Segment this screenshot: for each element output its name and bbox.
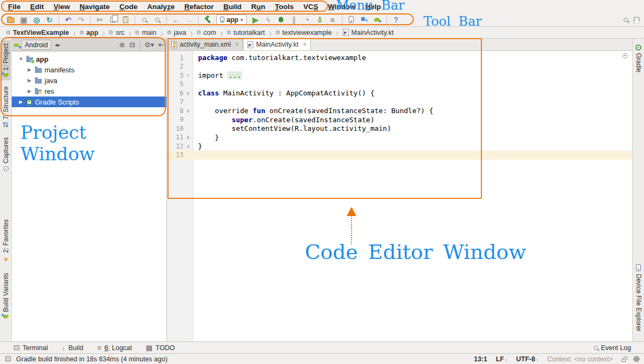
- menu-edit[interactable]: Edit: [25, 3, 49, 11]
- stop-icon[interactable]: ■: [326, 14, 339, 25]
- refresh-icon[interactable]: ↻: [43, 14, 56, 25]
- menu-code[interactable]: Code: [115, 3, 143, 11]
- menu-help[interactable]: Help: [361, 3, 386, 11]
- menu-vcs[interactable]: VCS: [298, 3, 323, 11]
- run-icon[interactable]: ▶: [249, 14, 262, 25]
- caret-position[interactable]: 13:1: [474, 355, 487, 363]
- tree-item-java[interactable]: ▶java: [12, 75, 166, 86]
- project-view-selector[interactable]: Android: [21, 40, 52, 50]
- undo-icon[interactable]: ↶: [62, 14, 75, 25]
- breadcrumb-item-java[interactable]: java: [166, 29, 187, 36]
- menu-view[interactable]: View: [49, 3, 75, 11]
- code-line[interactable]: 5: [167, 80, 632, 89]
- editor-tab-activity-main-xml[interactable]: activity_main.xml×: [167, 39, 243, 50]
- fold-marker-icon[interactable]: ∧: [184, 135, 193, 140]
- avd-manager-icon[interactable]: [345, 14, 358, 25]
- expand-arrow-icon[interactable]: ▶: [27, 78, 32, 83]
- tree-item-gradle-scripts[interactable]: ▶Gradle Scripts: [12, 96, 166, 107]
- collapse-all-icon[interactable]: ⊟: [129, 41, 135, 49]
- fold-marker-icon[interactable]: ∨: [184, 108, 193, 114]
- tree-item-app[interactable]: ▼app: [12, 54, 166, 64]
- run-coverage-icon[interactable]: ∥: [288, 14, 301, 25]
- run-configuration-selector[interactable]: app▾: [216, 14, 247, 25]
- menu-analyze[interactable]: Analyze: [142, 3, 179, 11]
- redo-icon[interactable]: ↷: [75, 14, 87, 25]
- expand-arrow-icon[interactable]: ▶: [18, 99, 24, 105]
- menu-run[interactable]: Run: [246, 3, 270, 11]
- tree-item-manifests[interactable]: ▶manifests: [12, 64, 166, 75]
- apply-changes-icon[interactable]: ϟ: [262, 14, 275, 25]
- profiler-icon[interactable]: ◔: [301, 14, 313, 25]
- profile-icon[interactable]: [633, 17, 640, 24]
- help-icon[interactable]: ?: [390, 14, 402, 25]
- debug-icon[interactable]: [275, 14, 288, 25]
- hide-panel-icon[interactable]: ⇤: [158, 41, 164, 49]
- code-line[interactable]: 2: [167, 62, 632, 71]
- tool-window-tab-build[interactable]: ↓Build: [62, 344, 83, 352]
- breadcrumb-item-tutorialkart[interactable]: tutorialkart: [226, 29, 266, 36]
- back-icon[interactable]: ←: [170, 14, 182, 25]
- tool-tab-gradle[interactable]: Gradle: [634, 41, 643, 76]
- code-line[interactable]: 8∨ override fun onCreate(savedInstanceSt…: [167, 106, 632, 115]
- toggle-tool-windows-icon[interactable]: [5, 356, 11, 361]
- locate-icon[interactable]: ⊕: [119, 41, 125, 49]
- fold-marker-icon[interactable]: ∨: [184, 91, 193, 96]
- search-everywhere-icon[interactable]: [624, 18, 628, 22]
- tool-tab-7-structure[interactable]: 7: Structure: [1, 83, 11, 130]
- context-indicator[interactable]: Context: <no context>: [547, 355, 613, 363]
- caret-line[interactable]: 13: [167, 151, 632, 160]
- sdk-manager-icon[interactable]: [371, 14, 384, 25]
- tree-item-res[interactable]: ▶res: [12, 86, 166, 96]
- tool-window-tab-6-logcat[interactable]: ≡6: Logcat: [97, 344, 132, 352]
- code-line[interactable]: 10 setContentView(R.layout.activity_main…: [167, 124, 632, 133]
- event-log-tab[interactable]: Event Log: [594, 344, 631, 352]
- find-in-path-icon[interactable]: [151, 14, 164, 25]
- breadcrumb-item-main[interactable]: main: [134, 29, 157, 36]
- build-hammer-icon[interactable]: [201, 14, 214, 25]
- menu-build[interactable]: Build: [218, 3, 246, 11]
- editor-tab-mainactivity-kt[interactable]: MainActivity.kt×: [243, 38, 311, 50]
- breadcrumb-item-mainactivity-kt[interactable]: MainActivity.kt: [342, 29, 395, 36]
- menu-window[interactable]: Window: [323, 3, 361, 11]
- code-line[interactable]: 7: [167, 98, 632, 107]
- expand-arrow-icon[interactable]: ▼: [18, 56, 24, 62]
- breadcrumb-item-app[interactable]: app: [79, 29, 99, 36]
- breadcrumb-item-src[interactable]: src: [108, 29, 126, 36]
- menu-navigate[interactable]: Navigate: [75, 3, 114, 11]
- code-line[interactable]: 1package com.tutorialkart.textviewexampl…: [167, 53, 632, 62]
- find-icon[interactable]: [138, 14, 151, 25]
- tool-tab-1-project[interactable]: 1: Project: [1, 40, 11, 80]
- sync-gradle-icon[interactable]: ◎: [30, 14, 43, 25]
- breadcrumb-item-com[interactable]: com: [196, 29, 217, 36]
- close-icon[interactable]: ×: [303, 41, 306, 48]
- view-switch-arrows-icon[interactable]: ◂▸: [55, 42, 60, 48]
- open-project-icon[interactable]: [4, 14, 17, 25]
- fold-marker-icon[interactable]: +: [184, 73, 193, 78]
- breadcrumb-item-textviewexample[interactable]: TextViewExample: [5, 29, 70, 36]
- code-line[interactable]: 11∧ }: [167, 133, 632, 142]
- expand-arrow-icon[interactable]: ▶: [27, 67, 32, 72]
- cut-icon[interactable]: ✂: [93, 14, 106, 25]
- menu-refactor[interactable]: Refactor: [179, 3, 218, 11]
- attach-debugger-icon[interactable]: ⇩: [313, 14, 326, 25]
- forward-icon[interactable]: →: [182, 14, 195, 25]
- menu-tools[interactable]: Tools: [270, 3, 298, 11]
- tool-tab-build-variants[interactable]: Build Variants: [1, 270, 11, 322]
- tool-window-tab-todo[interactable]: ▤TODO: [146, 344, 175, 352]
- expand-arrow-icon[interactable]: ▶: [27, 88, 32, 94]
- copy-icon[interactable]: [106, 14, 119, 25]
- line-ending-selector[interactable]: LF↕: [496, 355, 508, 363]
- settings-gear-icon[interactable]: ⚙▾: [144, 41, 154, 49]
- breadcrumb-item-textviewexample[interactable]: textviewexample: [275, 29, 333, 36]
- close-icon[interactable]: ×: [235, 41, 239, 48]
- tool-tab-2-favorites[interactable]: ★2: Favorites: [1, 216, 11, 266]
- code-line[interactable]: 12∧}: [167, 142, 632, 151]
- code-line[interactable]: 6∨class MainActivity : AppCompatActivity…: [167, 88, 632, 98]
- fold-marker-icon[interactable]: ∧: [184, 144, 193, 149]
- code-line[interactable]: 9 super.onCreate(savedInstanceState): [167, 115, 632, 124]
- menu-file[interactable]: File: [3, 3, 25, 11]
- tool-window-tab-terminal[interactable]: Terminal: [14, 344, 48, 352]
- layout-inspector-icon[interactable]: [358, 14, 371, 25]
- paste-icon[interactable]: [119, 14, 132, 25]
- tool-tab-device-file-explorer[interactable]: Device File Explorer: [634, 261, 643, 335]
